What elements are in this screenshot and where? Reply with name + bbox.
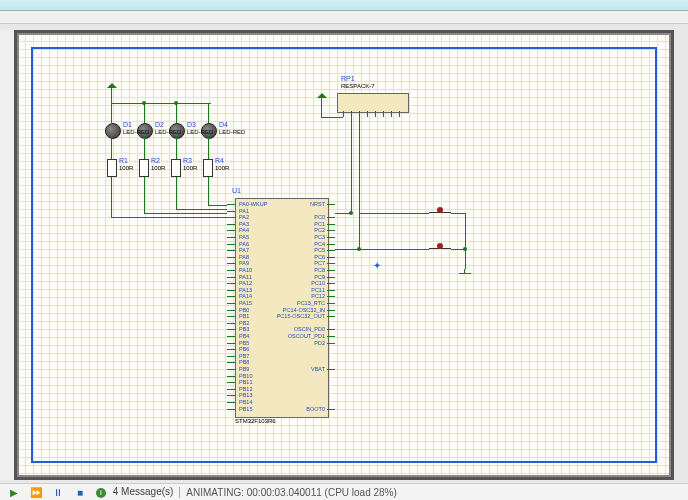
pin-stub [227,296,235,297]
ic-pin-label: PC7 [265,260,325,266]
pin-stub [327,224,335,225]
ic-pin-label: PA12 [239,280,252,286]
wire [176,209,227,210]
pin-stub [227,329,235,330]
led-d1 [105,123,121,139]
junction [463,247,467,251]
ic-pin-label: PD2 [265,340,325,346]
ic-pin-label: PC1 [265,221,325,227]
pin-stub [327,310,335,311]
ic-pin-label: PA14 [239,293,252,299]
ic-pin-label: PC11 [265,287,325,293]
pin-stub [227,376,235,377]
pin-stub [227,283,235,284]
ic-pin-label: PB7 [239,353,249,359]
resistor-r4 [203,159,213,177]
pin-stub [227,310,235,311]
wire [359,213,429,214]
ic-pin-label: PC14-OSC32_IN [265,307,325,313]
led-val: LED-RED [187,129,213,135]
wire [111,103,112,123]
wire [111,137,112,159]
res-ref: R3 [183,157,192,164]
pin-stub [227,244,235,245]
wire [343,111,344,117]
res-val: 100R [215,165,229,171]
ic-pin-label: PB15 [239,406,252,412]
push-button[interactable] [429,245,451,255]
pin-stub [327,277,335,278]
pin-stub [227,250,235,251]
ic-pin-label: PA13 [239,287,252,293]
ic-pin-label: PA2 [239,214,249,220]
pin-stub [227,290,235,291]
wire [367,111,368,117]
ic-pin-label: PA7 [239,247,249,253]
led-val: LED-RED [219,129,245,135]
res-ref: R2 [151,157,160,164]
pin-stub [227,349,235,350]
junction [357,247,361,251]
res-val: 100R [119,165,133,171]
wire [176,103,177,123]
step-button[interactable]: ⏩ [28,485,44,499]
res-val: 100R [183,165,197,171]
ic-pin-label: BOOT0 [265,406,325,412]
pin-stub [227,237,235,238]
pin-stub [327,244,335,245]
wire [111,91,112,103]
info-icon: i [96,488,106,498]
pin-stub [227,409,235,410]
res-val: 100R [151,165,165,171]
pin-stub [327,230,335,231]
cursor-cross-icon: ✦ [373,260,381,271]
respack [337,93,409,113]
stop-button[interactable]: ■ [72,485,88,499]
pin-stub [227,323,235,324]
ic-pin-label: PC15-OSC32_OUT [265,313,325,319]
led-ref: D1 [123,121,132,128]
pin-stub [227,336,235,337]
ic-pin-label: OSCOUT_PD1 [265,333,325,339]
pin-stub [227,395,235,396]
ic-pin-label: PB14 [239,399,252,405]
wire [465,213,466,269]
wire [111,217,227,218]
schematic-canvas[interactable]: D1 LED-RED D2 LED-RED D3 LED-RED D4 LED-… [14,30,674,480]
ic-pin-label: OSCIN_PD0 [265,326,325,332]
messages-indicator[interactable]: i 4 Message(s) [96,486,173,498]
ic-pin-label: PB0 [239,307,249,313]
pin-stub [327,270,335,271]
pin-stub [227,257,235,258]
wire [208,103,209,123]
respack-ref: RP1 [341,75,355,82]
wire [208,205,227,206]
ic-pin-label: PC0 [265,214,325,220]
resistor-r3 [171,159,181,177]
junction [349,211,353,215]
ic-pin-label: PC10 [265,280,325,286]
push-button[interactable] [429,209,451,219]
wire [351,117,352,213]
ic-pin-label: PC5 [265,247,325,253]
messages-text: 4 Message(s) [113,486,174,497]
pin-stub [227,277,235,278]
wire [208,137,209,159]
ic-pin-label: PA1 [239,208,249,214]
play-button[interactable]: ▶ [6,485,22,499]
ic-pin-label: PC13_RTC [265,300,325,306]
res-ref: R4 [215,157,224,164]
ic-pin-label: PC12 [265,293,325,299]
window-title-bar [0,0,688,11]
wire [383,111,384,117]
wire [321,117,343,118]
wire [359,117,360,249]
pin-stub [327,204,335,205]
pin-stub [327,369,335,370]
ic-pin-label: NRST [265,201,325,207]
pause-button[interactable]: ⏸ [50,485,66,499]
respack-val: RESPACK-7 [341,83,375,89]
ic-pin-label: PA15 [239,300,252,306]
led-ref: D2 [155,121,164,128]
wire [359,249,429,250]
